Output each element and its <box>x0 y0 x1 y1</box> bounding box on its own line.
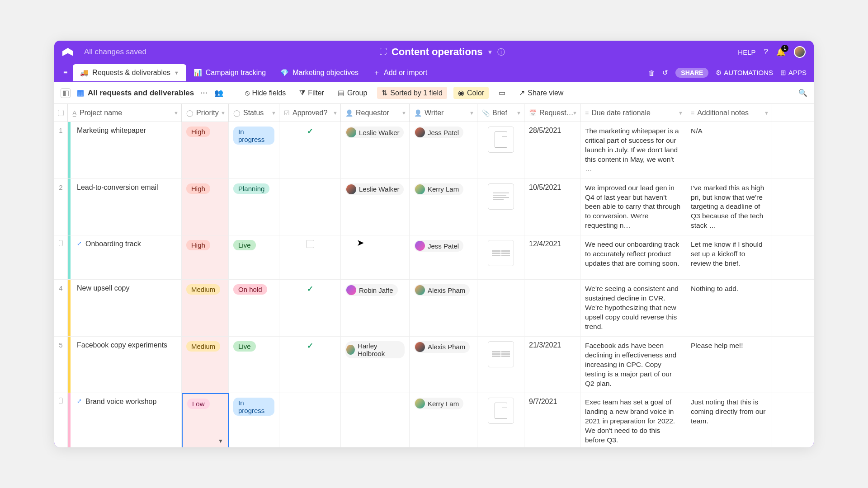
cell-priority[interactable]: Low▼ <box>182 393 229 447</box>
view-name[interactable]: ▦ All requests and deliverables <box>77 88 194 98</box>
cell-date[interactable] <box>524 280 580 336</box>
row-index[interactable]: 2 <box>54 179 68 235</box>
cell-priority[interactable]: High <box>182 235 229 279</box>
cell-project[interactable]: Facebook copy experiments <box>71 337 182 393</box>
cell-priority[interactable]: High <box>182 122 229 178</box>
table-row[interactable]: 4 New upsell copy Medium On hold ✓ Robin… <box>54 280 814 337</box>
cell-notes[interactable]: Nothing to add. <box>686 280 772 336</box>
history-icon[interactable]: ↺ <box>662 69 668 77</box>
cell-writer[interactable]: Kerry Lam <box>410 179 477 235</box>
share-view-button[interactable]: ↗Share view <box>515 87 567 99</box>
cell-date[interactable]: 28/5/2021 <box>524 122 580 178</box>
color-button[interactable]: ◉ Color <box>453 87 489 99</box>
row-index[interactable]: 4 <box>54 280 68 336</box>
cell-approved[interactable] <box>279 179 341 235</box>
cell-project[interactable]: Lead-to-conversion email <box>71 179 182 235</box>
cell-status[interactable]: In progress <box>229 122 279 178</box>
person-chip[interactable]: Alexis Pham <box>414 341 470 353</box>
table-row[interactable]: 1 Marketing whitepaper High In progress … <box>54 122 814 179</box>
cell-writer[interactable]: Jess Patel <box>410 235 477 279</box>
user-avatar[interactable] <box>794 46 806 58</box>
checkbox[interactable] <box>306 240 314 248</box>
expand-icon[interactable]: ⤢ <box>77 240 82 247</box>
person-chip[interactable]: Leslie Walker <box>345 183 404 195</box>
col-priority[interactable]: ◯Priority▼ <box>182 104 229 122</box>
cell-approved[interactable] <box>279 235 341 279</box>
cell-notes[interactable]: Let me know if I should set up a kickoff… <box>686 235 772 279</box>
cell-status[interactable]: Live <box>229 337 279 393</box>
cell-brief[interactable] <box>477 122 524 178</box>
cell-rationale[interactable]: We're seeing a consistent and sustained … <box>580 280 686 336</box>
cell-brief[interactable] <box>477 235 524 279</box>
cell-rationale[interactable]: We need our onboarding track to accurate… <box>580 235 686 279</box>
cell-approved[interactable]: ✓ <box>279 280 341 336</box>
person-chip[interactable]: Kerry Lam <box>414 183 463 195</box>
cell-status[interactable]: On hold <box>229 280 279 336</box>
cell-priority[interactable]: Medium <box>182 280 229 336</box>
cell-project[interactable]: Marketing whitepaper <box>71 122 182 178</box>
cell-requestor[interactable]: Harley Holbrook <box>341 337 410 393</box>
info-icon[interactable]: ⓘ <box>497 47 505 57</box>
row-checkbox[interactable] <box>59 398 63 404</box>
chevron-down-icon[interactable]: ▼ <box>174 110 179 116</box>
person-chip[interactable]: Jess Patel <box>414 127 463 138</box>
apps-button[interactable]: ⊞APPS <box>780 69 807 77</box>
cell-writer[interactable]: Jess Patel <box>410 122 477 178</box>
cell-requestor[interactable]: Leslie Walker <box>341 179 410 235</box>
cell-brief[interactable] <box>477 179 524 235</box>
tab-add[interactable]: ＋ Add or import <box>366 64 434 82</box>
cell-date[interactable]: 10/5/2021 <box>524 179 580 235</box>
row-index[interactable]: 1 <box>54 122 68 178</box>
row-index[interactable]: 5 <box>54 337 68 393</box>
cell-writer[interactable]: Kerry Lam <box>410 393 477 447</box>
help-icon[interactable]: ? <box>764 47 768 56</box>
cell-project[interactable]: ⤢Onboarding track <box>71 235 182 279</box>
collaborators-icon[interactable]: 👥 <box>214 89 223 97</box>
cell-priority[interactable]: Medium <box>182 337 229 393</box>
table-row[interactable]: 2 Lead-to-conversion email High Planning… <box>54 179 814 236</box>
cell-rationale[interactable]: Exec team has set a goal of landing a ne… <box>580 393 686 447</box>
col-status[interactable]: ◯Status▼ <box>229 104 279 122</box>
tab-campaign[interactable]: 📊 Campaign tracking <box>186 64 273 81</box>
cell-notes[interactable]: Please help me!! <box>686 337 772 393</box>
sidebar-toggle-icon[interactable]: ◧ <box>61 88 71 98</box>
filter-button[interactable]: ⧩Filter <box>296 87 328 99</box>
cell-requestor[interactable]: Leslie Walker <box>341 122 410 178</box>
cell-approved[interactable] <box>279 393 341 447</box>
hamburger-icon[interactable]: ≡ <box>58 65 73 80</box>
col-project[interactable]: A̲Project name▼ <box>68 104 182 122</box>
person-chip[interactable]: Kerry Lam <box>414 398 463 409</box>
cell-rationale[interactable]: We improved our lead gen in Q4 of last y… <box>580 179 686 235</box>
col-notes[interactable]: ≡Additional notes▼ <box>686 104 772 122</box>
cell-date[interactable]: 12/4/2021 <box>524 235 580 279</box>
table-row[interactable]: ⤢Brand voice workshop Low▼ In progress K… <box>54 393 814 447</box>
cell-status[interactable]: Planning <box>229 179 279 235</box>
person-chip[interactable]: Alexis Pham <box>414 284 470 296</box>
person-chip[interactable]: Jess Patel <box>414 240 463 252</box>
cell-requestor[interactable] <box>341 393 410 447</box>
notification-icon[interactable]: 🔔1 <box>776 47 786 57</box>
row-index[interactable] <box>54 393 68 447</box>
cell-requestor[interactable] <box>341 235 410 279</box>
cell-project[interactable]: New upsell copy <box>71 280 182 336</box>
cell-rationale[interactable]: The marketing whitepaper is a critical p… <box>580 122 686 178</box>
trash-icon[interactable]: 🗑 <box>648 69 655 77</box>
chevron-down-icon[interactable]: ▼ <box>174 70 179 75</box>
person-chip[interactable]: Leslie Walker <box>345 127 404 138</box>
logo-icon[interactable] <box>62 48 73 56</box>
row-index[interactable] <box>54 235 68 279</box>
cell-brief[interactable] <box>477 280 524 336</box>
cell-rationale[interactable]: Facebook ads have been declining in effe… <box>580 337 686 393</box>
cell-writer[interactable]: Alexis Pham <box>410 337 477 393</box>
sort-button[interactable]: ⇅ Sorted by 1 field <box>377 87 447 99</box>
cell-notes[interactable]: N/A <box>686 122 772 178</box>
col-brief[interactable]: 📎Brief▼ <box>477 104 524 122</box>
tab-marketing[interactable]: 💎 Marketing objectives <box>273 64 366 81</box>
cell-status[interactable]: Live <box>229 235 279 279</box>
chevron-down-icon[interactable]: ▼ <box>487 49 493 56</box>
col-rationale[interactable]: ≡Due date rationale▼ <box>580 104 686 122</box>
col-requestor[interactable]: 👤Requestor▼ <box>341 104 410 122</box>
col-date[interactable]: 📅Request…▼ <box>524 104 580 122</box>
more-icon[interactable]: ··· <box>200 89 208 97</box>
cell-approved[interactable]: ✓ <box>279 337 341 393</box>
